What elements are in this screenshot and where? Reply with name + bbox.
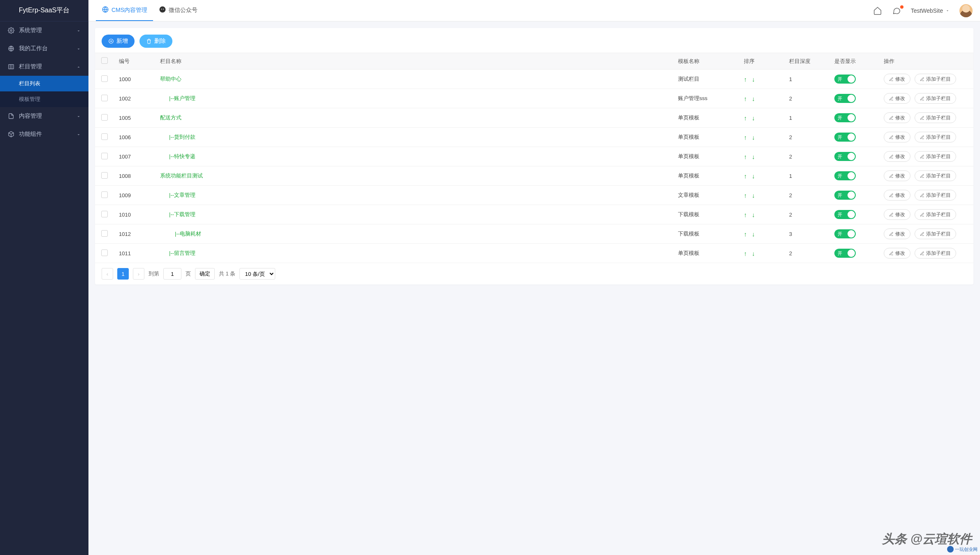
row-checkbox[interactable] xyxy=(101,230,108,237)
sort-up-icon[interactable]: ↑ xyxy=(744,211,747,218)
goto-confirm-button[interactable]: 确定 xyxy=(195,268,215,280)
row-checkbox[interactable] xyxy=(101,75,108,82)
sidebar-nav: 系统管理 我的工作台 栏目管理 栏目列表 模板管理 内容管理 xyxy=(0,21,88,555)
delete-button[interactable]: 删除 xyxy=(139,35,172,48)
cell-name[interactable]: 系统功能栏目测试 xyxy=(155,166,673,186)
add-child-button[interactable]: 添加子栏目 xyxy=(915,151,956,162)
sidebar-item-content[interactable]: 内容管理 xyxy=(0,107,88,125)
edit-button[interactable]: 修改 xyxy=(884,248,910,259)
sort-up-icon[interactable]: ↑ xyxy=(744,134,747,141)
sidebar-subitem-column-list[interactable]: 栏目列表 xyxy=(0,76,88,91)
sort-down-icon[interactable]: ↓ xyxy=(752,211,755,218)
sort-down-icon[interactable]: ↓ xyxy=(752,192,755,199)
display-toggle[interactable]: 开 xyxy=(834,113,856,122)
row-checkbox[interactable] xyxy=(101,153,108,159)
row-checkbox[interactable] xyxy=(101,95,108,101)
avatar[interactable] xyxy=(959,4,973,17)
row-checkbox[interactable] xyxy=(101,250,108,256)
cell-template: 下载模板 xyxy=(673,205,739,224)
add-child-button[interactable]: 添加子栏目 xyxy=(915,229,956,239)
add-child-button[interactable]: 添加子栏目 xyxy=(915,190,956,201)
goto-page-input[interactable] xyxy=(163,268,181,280)
row-checkbox[interactable] xyxy=(101,133,108,140)
display-toggle[interactable]: 开 xyxy=(834,94,856,103)
edit-button[interactable]: 修改 xyxy=(884,229,910,239)
select-all-checkbox[interactable] xyxy=(101,57,108,64)
sort-down-icon[interactable]: ↓ xyxy=(752,114,755,121)
edit-button[interactable]: 修改 xyxy=(884,93,910,104)
sort-down-icon[interactable]: ↓ xyxy=(752,173,755,180)
message-icon[interactable] xyxy=(892,6,901,15)
sort-up-icon[interactable]: ↑ xyxy=(744,192,747,199)
add-child-button[interactable]: 添加子栏目 xyxy=(915,170,956,181)
cell-name[interactable]: |--货到付款 xyxy=(155,128,673,147)
edit-button[interactable]: 修改 xyxy=(884,112,910,123)
home-icon[interactable] xyxy=(873,6,882,15)
add-child-button[interactable]: 添加子栏目 xyxy=(915,112,956,123)
sidebar-item-components[interactable]: 功能组件 xyxy=(0,125,88,143)
add-child-button[interactable]: 添加子栏目 xyxy=(915,74,956,84)
page-number[interactable]: 1 xyxy=(117,268,129,280)
sort-up-icon[interactable]: ↑ xyxy=(744,250,747,257)
cell-name[interactable]: 配送方式 xyxy=(155,108,673,128)
sort-up-icon[interactable]: ↑ xyxy=(744,114,747,121)
add-child-button[interactable]: 添加子栏目 xyxy=(915,93,956,104)
cell-ops: 修改添加子栏目 xyxy=(879,166,973,186)
sidebar-item-workspace[interactable]: 我的工作台 xyxy=(0,40,88,58)
edit-button[interactable]: 修改 xyxy=(884,74,910,84)
sort-down-icon[interactable]: ↓ xyxy=(752,76,755,83)
edit-button[interactable]: 修改 xyxy=(884,151,910,162)
user-menu[interactable]: TestWebSite xyxy=(911,7,950,14)
display-toggle[interactable]: 开 xyxy=(834,210,856,219)
add-child-button[interactable]: 添加子栏目 xyxy=(915,132,956,142)
cell-name[interactable]: |--留言管理 xyxy=(155,244,673,263)
tab-wechat[interactable]: 微信公众号 xyxy=(153,0,203,21)
cell-name[interactable]: |--电脑耗材 xyxy=(155,224,673,244)
cell-name[interactable]: |--文章管理 xyxy=(155,186,673,205)
cell-name[interactable]: |--特快专递 xyxy=(155,147,673,166)
sort-up-icon[interactable]: ↑ xyxy=(744,231,747,238)
sort-up-icon[interactable]: ↑ xyxy=(744,153,747,160)
svg-point-4 xyxy=(160,7,166,13)
sort-down-icon[interactable]: ↓ xyxy=(752,153,755,160)
table-row: 1002|--账户管理账户管理sss↑↓2开修改添加子栏目 xyxy=(95,89,973,108)
sort-down-icon[interactable]: ↓ xyxy=(752,95,755,102)
display-toggle[interactable]: 开 xyxy=(834,133,856,142)
cell-name[interactable]: 帮助中心 xyxy=(155,70,673,89)
sidebar-subitem-template-mgmt[interactable]: 模板管理 xyxy=(0,91,88,107)
sort-up-icon[interactable]: ↑ xyxy=(744,76,747,83)
cell-name[interactable]: |--账户管理 xyxy=(155,89,673,108)
edit-button[interactable]: 修改 xyxy=(884,132,910,142)
sort-up-icon[interactable]: ↑ xyxy=(744,95,747,102)
edit-button[interactable]: 修改 xyxy=(884,209,910,220)
sidebar-item-system[interactable]: 系统管理 xyxy=(0,21,88,40)
sidebar-item-columns[interactable]: 栏目管理 xyxy=(0,58,88,76)
edit-button[interactable]: 修改 xyxy=(884,190,910,201)
display-toggle[interactable]: 开 xyxy=(834,191,856,200)
add-button[interactable]: 新增 xyxy=(102,35,135,48)
page-next[interactable]: › xyxy=(133,268,144,280)
sort-up-icon[interactable]: ↑ xyxy=(744,173,747,180)
row-checkbox[interactable] xyxy=(101,211,108,217)
cell-depth: 2 xyxy=(784,89,829,108)
tab-cms[interactable]: CMS内容管理 xyxy=(96,0,153,21)
display-toggle[interactable]: 开 xyxy=(834,152,856,161)
add-child-button[interactable]: 添加子栏目 xyxy=(915,248,956,259)
row-checkbox[interactable] xyxy=(101,172,108,179)
row-checkbox[interactable] xyxy=(101,114,108,121)
page-prev[interactable]: ‹ xyxy=(102,268,113,280)
topbar-tabs: CMS内容管理 微信公众号 xyxy=(96,0,203,21)
cell-name[interactable]: |--下载管理 xyxy=(155,205,673,224)
display-toggle[interactable]: 开 xyxy=(834,75,856,84)
display-toggle[interactable]: 开 xyxy=(834,229,856,238)
sort-down-icon[interactable]: ↓ xyxy=(752,134,755,141)
sort-down-icon[interactable]: ↓ xyxy=(752,250,755,257)
edit-button[interactable]: 修改 xyxy=(884,170,910,181)
sort-down-icon[interactable]: ↓ xyxy=(752,231,755,238)
chevron-down-icon xyxy=(76,46,81,51)
display-toggle[interactable]: 开 xyxy=(834,171,856,180)
pagesize-select[interactable]: 10 条/页 xyxy=(239,268,275,280)
row-checkbox[interactable] xyxy=(101,191,108,198)
add-child-button[interactable]: 添加子栏目 xyxy=(915,209,956,220)
display-toggle[interactable]: 开 xyxy=(834,249,856,258)
